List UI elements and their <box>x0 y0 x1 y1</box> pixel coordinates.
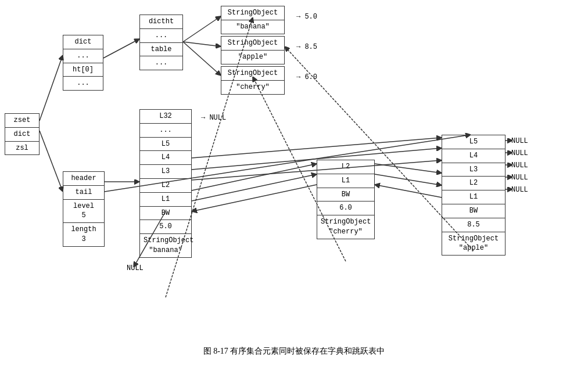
string-banana: StringObject "banana" <box>221 6 285 34</box>
svg-line-4 <box>183 16 221 42</box>
null-node3-l1: NULL <box>511 186 528 194</box>
dictht-dot2: ... <box>140 56 182 70</box>
null-bw: NULL <box>127 264 144 272</box>
node1-l1: L1 <box>140 193 191 207</box>
score-banana: → 5.0 <box>296 13 317 21</box>
caption: 图 8-17 有序集合元素同时被保存在字典和跳跃表中 <box>0 343 588 360</box>
svg-line-10 <box>192 164 317 190</box>
dict-box: dict ... ht[0] ... <box>63 35 103 91</box>
score-cherry: → 6.0 <box>296 73 317 81</box>
null-node3-l5: NULL <box>511 137 528 145</box>
zsl-node3: L5 L4 L3 L2 L1 BW 8.5 StringObject"apple… <box>442 135 505 256</box>
dict-label: dict <box>63 35 103 49</box>
dictht-box: dictht ... table ... <box>139 15 183 70</box>
dict-dot1: ... <box>63 49 103 63</box>
null-node3-l3: NULL <box>511 161 528 170</box>
zsl-node1: L32 ... L5 L4 L3 L2 L1 BW 5.0 StringObje… <box>139 109 192 258</box>
diagram: zset dict zsl dict ... ht[0] ... dictht … <box>0 0 588 343</box>
svg-line-19 <box>192 138 442 158</box>
svg-line-21 <box>375 185 442 197</box>
zsl-header-box: header tail level5 length3 <box>63 171 105 247</box>
node1-l4: L4 <box>140 151 191 165</box>
zsl-cell: zsl <box>5 142 39 155</box>
svg-line-2 <box>40 131 63 192</box>
zset-cell: zset <box>5 114 39 128</box>
svg-line-12 <box>375 164 442 173</box>
dict-cell: dict <box>5 128 39 142</box>
string-cherry: StringObject "cherry" <box>221 66 285 95</box>
node1-l3: L3 <box>140 165 191 179</box>
node1-l2: L2 <box>140 179 191 193</box>
score-apple: → 8.5 <box>296 43 317 51</box>
dict-ht0: ht[0] <box>63 63 103 77</box>
svg-line-6 <box>183 42 221 75</box>
zsl-node2: L2 L1 BW 6.0 StringObject"cherry" <box>317 160 375 239</box>
null-l32: → NULL <box>201 114 226 122</box>
null-node3-l4: NULL <box>511 149 528 157</box>
svg-line-13 <box>375 174 442 185</box>
dictht-table: table <box>140 43 182 57</box>
string-apple: StringObject "apple" <box>221 36 285 64</box>
svg-line-5 <box>183 42 221 46</box>
dictht-dot1: ... <box>140 29 182 43</box>
zset-box: zset dict zsl <box>5 113 40 155</box>
svg-line-3 <box>103 39 139 58</box>
node1-bw: BW <box>140 207 191 221</box>
svg-line-11 <box>192 174 317 201</box>
svg-line-20 <box>192 185 317 211</box>
dictht-label: dictht <box>140 15 182 29</box>
svg-line-1 <box>40 55 63 121</box>
dict-dot2: ... <box>63 77 103 90</box>
null-node3-l2: NULL <box>511 174 528 182</box>
